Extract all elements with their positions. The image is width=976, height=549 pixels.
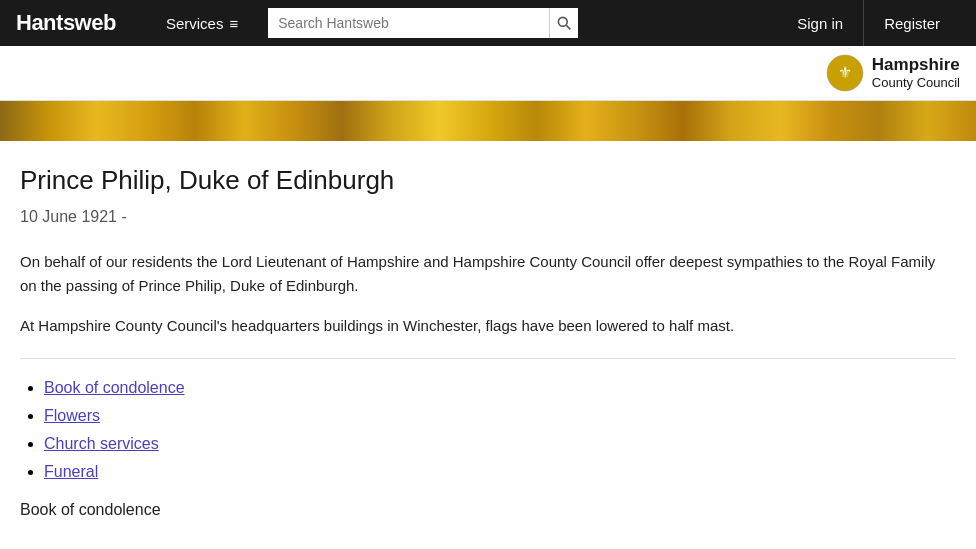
auth-buttons: Sign in Register: [777, 0, 960, 46]
council-crest-icon: ⚜: [826, 54, 864, 92]
link-church-services[interactable]: Church services: [44, 435, 159, 452]
svg-point-0: [559, 17, 568, 26]
site-logo[interactable]: Hantsweb: [16, 10, 116, 36]
services-menu-icon: ≡: [229, 15, 238, 32]
council-logo-text: Hampshire County Council: [872, 55, 960, 91]
page-links-list: Book of condolenceFlowersChurch services…: [20, 379, 956, 481]
body-paragraph-2: At Hampshire County Council's headquarte…: [20, 314, 956, 338]
hero-image: [0, 101, 976, 141]
list-item: Church services: [44, 435, 956, 453]
link-flowers[interactable]: Flowers: [44, 407, 100, 424]
svg-text:⚜: ⚜: [838, 64, 852, 81]
link-funeral[interactable]: Funeral: [44, 463, 98, 480]
page-body: On behalf of our residents the Lord Lieu…: [20, 250, 956, 338]
services-menu[interactable]: Services ≡: [156, 0, 248, 46]
main-content: Prince Philip, Duke of Edinburgh 10 June…: [0, 141, 976, 549]
section-footer-title: Book of condolence: [20, 501, 956, 519]
services-label: Services: [166, 15, 224, 32]
council-logo: ⚜ Hampshire County Council: [826, 54, 960, 92]
link-book-of-condolence[interactable]: Book of condolence: [44, 379, 185, 396]
council-bar: ⚜ Hampshire County Council: [0, 46, 976, 101]
council-name-line2: County Council: [872, 75, 960, 91]
list-item: Funeral: [44, 463, 956, 481]
search-input[interactable]: [268, 8, 549, 38]
search-icon: [556, 15, 572, 31]
site-header: Hantsweb Services ≡ Sign in Register: [0, 0, 976, 46]
list-item: Flowers: [44, 407, 956, 425]
register-button[interactable]: Register: [863, 0, 960, 46]
search-bar: [268, 8, 578, 38]
sign-in-button[interactable]: Sign in: [777, 0, 863, 46]
divider: [20, 358, 956, 359]
body-paragraph-1: On behalf of our residents the Lord Lieu…: [20, 250, 956, 298]
svg-line-1: [567, 25, 571, 29]
page-title: Prince Philip, Duke of Edinburgh: [20, 165, 956, 196]
council-name-line1: Hampshire: [872, 55, 960, 75]
list-item: Book of condolence: [44, 379, 956, 397]
page-dates: 10 June 1921 -: [20, 208, 956, 226]
search-button[interactable]: [549, 8, 578, 38]
